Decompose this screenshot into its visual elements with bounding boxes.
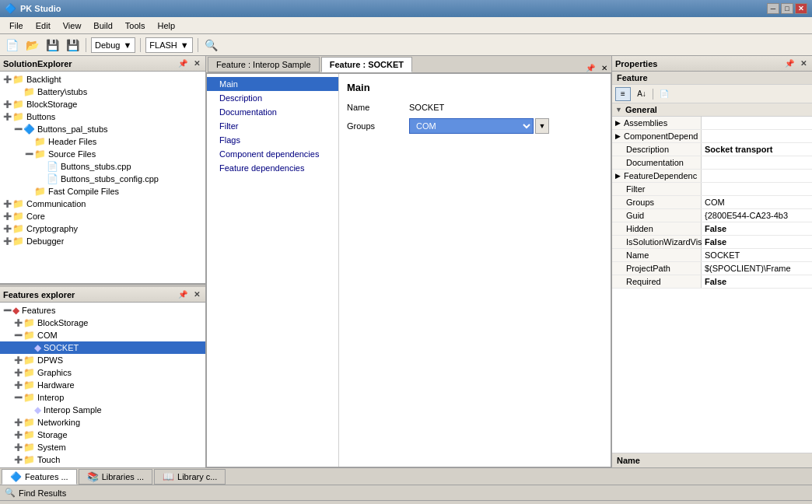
tree-item-blockstorage-se[interactable]: ➕ 📁 BlockStorage <box>0 98 205 110</box>
form-groups-dropdown-btn[interactable]: ▼ <box>535 118 549 134</box>
form-groups-select[interactable]: COM <box>409 118 534 134</box>
expand-interop[interactable]: ➖ <box>12 392 23 403</box>
tab-socket[interactable]: Feature : SOCKET <box>321 57 412 72</box>
expand-communication[interactable]: ➕ <box>2 198 12 209</box>
tree-item-backlight[interactable]: ➕ 📁 Backlight <box>0 73 205 86</box>
fe-close-button[interactable]: ✕ <box>191 290 202 299</box>
tab-interop-sample[interactable]: Feature : Interop Sample <box>208 57 320 72</box>
solution-tree[interactable]: ➕ 📁 Backlight 📁 Battery\stubs ➕ 📁 BlockS… <box>0 72 205 283</box>
prop-name-assemblies[interactable]: ▶ Assemblies <box>612 117 702 129</box>
nav-filter[interactable]: Filter <box>207 119 338 133</box>
build-config-dropdown[interactable]: Debug ▼ <box>91 37 135 53</box>
tree-item-system[interactable]: ➕ 📁 System <box>0 441 205 453</box>
prop-value-documentation <box>702 156 812 169</box>
props-close-button[interactable]: ✕ <box>798 59 809 68</box>
close-button[interactable]: ✕ <box>795 3 807 14</box>
tree-item-debugger[interactable]: ➕ 📁 Debugger <box>0 235 205 247</box>
prop-value-componentdepend <box>702 130 812 142</box>
nav-flags[interactable]: Flags <box>207 133 338 147</box>
expand-hardware[interactable]: ➕ <box>12 380 23 390</box>
tree-item-communication[interactable]: ➕ 📁 Communication <box>0 198 205 210</box>
tree-item-storage[interactable]: ➕ 📁 Storage <box>0 429 205 441</box>
tree-item-header-files[interactable]: 📁 Header Files <box>0 135 205 148</box>
flash-config-dropdown[interactable]: FLASH ▼ <box>145 37 192 53</box>
expand-networking[interactable]: ➕ <box>12 417 23 428</box>
expand-buttons-pal[interactable]: ➖ <box>12 124 23 135</box>
props-category-btn[interactable]: ≡ <box>615 87 631 101</box>
expand-blockstorage-se[interactable]: ➕ <box>2 99 12 110</box>
tree-item-blockstorage-fe[interactable]: ➕ 📁 BlockStorage <box>0 317 205 329</box>
tree-item-touch[interactable]: ➕ 📁 Touch <box>0 453 205 466</box>
bottom-tab-features[interactable]: 🔷 Features ... <box>2 469 77 485</box>
folder-icon-header: 📁 <box>34 136 46 147</box>
menu-file[interactable]: File <box>3 19 30 32</box>
prop-name-componentdepend[interactable]: ▶ ComponentDepend <box>612 130 702 142</box>
new-button[interactable]: 📄 <box>3 37 20 54</box>
tree-item-socket[interactable]: ◆ SOCKET <box>0 341 205 354</box>
prop-name-filter: Filter <box>612 183 702 195</box>
prop-name-featuredependenc[interactable]: ▶ FeatureDependenc <box>612 170 702 182</box>
tree-item-core[interactable]: ➕ 📁 Core <box>0 210 205 222</box>
expand-com[interactable]: ➖ <box>12 330 23 341</box>
fe-pin-button[interactable]: 📌 <box>176 290 190 299</box>
expand-backlight[interactable]: ➕ <box>2 74 12 85</box>
tree-item-battery[interactable]: 📁 Battery\stubs <box>0 86 205 98</box>
menu-view[interactable]: View <box>57 19 88 32</box>
expand-source-files[interactable]: ➖ <box>23 149 34 159</box>
nav-feature-deps[interactable]: Feature dependencies <box>207 161 338 175</box>
tree-item-buttons-pal[interactable]: ➖ 🔷 Buttons_pal_stubs <box>0 123 205 135</box>
maximize-button[interactable]: □ <box>781 3 793 14</box>
tree-item-hardware[interactable]: ➕ 📁 Hardware <box>0 379 205 391</box>
props-general-section[interactable]: ▼ General <box>612 103 812 117</box>
tree-item-interop-sample[interactable]: ◆ Interop Sample <box>0 404 205 416</box>
menu-tools[interactable]: Tools <box>119 19 152 32</box>
expand-core[interactable]: ➕ <box>2 211 12 222</box>
se-close-button[interactable]: ✕ <box>191 59 202 68</box>
props-pages-btn[interactable]: 📄 <box>656 87 672 101</box>
tree-item-fast-compile[interactable]: 📁 Fast Compile Files <box>0 185 205 198</box>
properties-content[interactable]: ▼ General ▶ Assemblies ▶ ComponentDepend <box>612 103 812 453</box>
tree-item-buttons-stubs[interactable]: 📄 Buttons_stubs.cpp <box>0 160 205 173</box>
tree-item-buttons[interactable]: ➕ 📁 Buttons <box>0 110 205 123</box>
tree-item-interop[interactable]: ➖ 📁 Interop <box>0 391 205 404</box>
expand-blockstorage-fe[interactable]: ➕ <box>12 317 23 328</box>
bottom-tab-library-c[interactable]: 📖 Library c... <box>154 469 226 485</box>
expand-system[interactable]: ➕ <box>12 442 23 453</box>
tree-item-source-files[interactable]: ➖ 📁 Source Files <box>0 148 205 160</box>
expand-debugger[interactable]: ➕ <box>2 236 12 247</box>
expand-touch[interactable]: ➕ <box>12 454 23 465</box>
expand-storage[interactable]: ➕ <box>12 429 23 440</box>
minimize-button[interactable]: ─ <box>767 3 779 14</box>
save-button[interactable]: 💾 <box>44 37 61 54</box>
features-tree[interactable]: ➖ ◆ Features ➕ 📁 BlockStorage ➖ 📁 COM <box>0 303 205 467</box>
menu-build[interactable]: Build <box>87 19 118 32</box>
tab-close-button[interactable]: ✕ <box>599 64 610 72</box>
nav-documentation[interactable]: Documentation <box>207 105 338 119</box>
nav-component-deps[interactable]: Component dependencies <box>207 147 338 161</box>
tree-item-networking[interactable]: ➕ 📁 Networking <box>0 416 205 429</box>
tree-item-graphics[interactable]: ➕ 📁 Graphics <box>0 366 205 379</box>
tab-pin-button[interactable]: 📌 <box>583 64 597 72</box>
menu-help[interactable]: Help <box>152 19 182 32</box>
expand-dpws[interactable]: ➕ <box>12 355 23 366</box>
menu-edit[interactable]: Edit <box>30 19 57 32</box>
save-all-button[interactable]: 💾 <box>64 37 81 54</box>
props-sort-btn[interactable]: A↓ <box>634 87 649 101</box>
expand-buttons[interactable]: ➕ <box>2 111 12 122</box>
expand-cryptography[interactable]: ➕ <box>2 223 12 234</box>
tree-item-com[interactable]: ➖ 📁 COM <box>0 329 205 341</box>
se-pin-button[interactable]: 📌 <box>176 59 190 68</box>
tree-item-features-root[interactable]: ➖ ◆ Features <box>0 304 205 317</box>
bottom-tab-libraries[interactable]: 📚 Libraries ... <box>79 469 152 485</box>
tree-item-buttons-stubs-config[interactable]: 📄 Buttons_stubs_config.cpp <box>0 173 205 185</box>
browse-button[interactable]: 🔍 <box>203 37 220 54</box>
props-pin-button[interactable]: 📌 <box>782 59 796 68</box>
tree-item-dpws[interactable]: ➕ 📁 DPWS <box>0 354 205 366</box>
expand-features-root[interactable]: ➖ <box>2 305 12 316</box>
build-config-arrow: ▼ <box>123 40 131 50</box>
nav-main[interactable]: Main <box>207 77 338 91</box>
tree-item-cryptography[interactable]: ➕ 📁 Cryptography <box>0 222 205 235</box>
expand-graphics[interactable]: ➕ <box>12 367 23 378</box>
open-button[interactable]: 📂 <box>23 37 40 54</box>
nav-description[interactable]: Description <box>207 91 338 105</box>
